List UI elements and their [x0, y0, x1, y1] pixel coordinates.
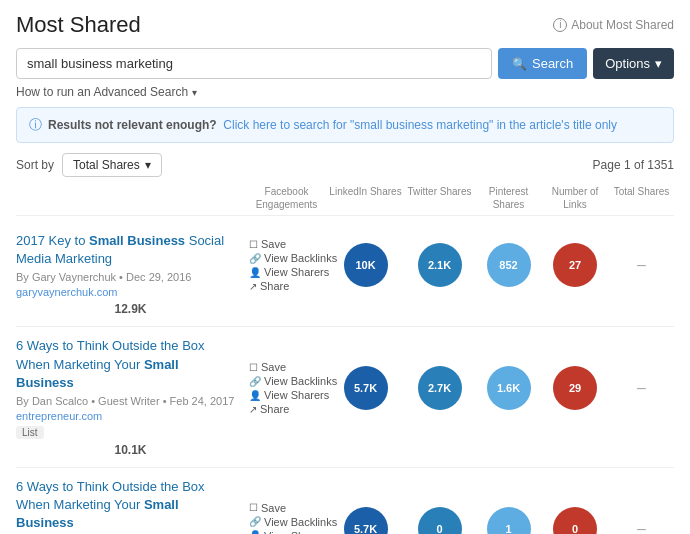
- stat-circle: 29: [553, 366, 597, 410]
- backlinks-action[interactable]: 🔗View Backlinks: [249, 516, 337, 528]
- total-shares-value: 10.1K: [114, 443, 146, 457]
- article-info: 6 Ways to Think Outside the Box When Mar…: [16, 337, 245, 439]
- page-header: Most Shared i About Most Shared: [16, 12, 674, 38]
- stat-cell: –: [609, 507, 674, 534]
- backlinks-action[interactable]: 🔗View Backlinks: [249, 252, 337, 264]
- article-meta: By Dan Scalco • Guest Writer • Feb 24, 2…: [16, 395, 237, 407]
- stat-cell: 852: [476, 243, 541, 287]
- dash-value: –: [620, 366, 664, 410]
- article-row: 6 Ways to Think Outside the Box When Mar…: [16, 468, 674, 534]
- sort-label: Sort by: [16, 158, 54, 172]
- sort-chevron-icon: ▾: [145, 158, 151, 172]
- options-button[interactable]: Options ▾: [593, 48, 674, 79]
- total-shares-cell: 10.1K: [16, 443, 245, 457]
- share-action[interactable]: ↗Share: [249, 280, 289, 292]
- about-label: About Most Shared: [571, 18, 674, 32]
- article-info: 2017 Key to Small Business Social Media …: [16, 232, 245, 298]
- stat-cell: 1: [476, 507, 541, 534]
- stat-cell: 5.7K: [328, 507, 403, 534]
- stat-circle: 5.7K: [344, 507, 388, 534]
- article-list: 2017 Key to Small Business Social Media …: [16, 222, 674, 534]
- article-meta: By Gary Vaynerchuk • Dec 29, 2016: [16, 271, 237, 283]
- stat-circle: 0: [553, 507, 597, 534]
- save-action[interactable]: ☐Save: [249, 361, 286, 373]
- stat-cell: 29: [545, 366, 605, 410]
- stat-circle: 1.6K: [487, 366, 531, 410]
- stat-circle: 852: [487, 243, 531, 287]
- sharers-action[interactable]: 👤View Sharers: [249, 530, 329, 534]
- save-action[interactable]: ☐Save: [249, 238, 286, 250]
- stat-cell: 27: [545, 243, 605, 287]
- stat-circle: 27: [553, 243, 597, 287]
- col-title-header: [16, 185, 245, 211]
- alert-bar: ⓘ Results not relevant enough? Click her…: [16, 107, 674, 143]
- save-action[interactable]: ☐Save: [249, 502, 286, 514]
- dash-value: –: [620, 243, 664, 287]
- search-button[interactable]: 🔍 Search: [498, 48, 587, 79]
- stat-circle: 1: [487, 507, 531, 534]
- sharers-action[interactable]: 👤View Sharers: [249, 389, 329, 401]
- article-source[interactable]: garyvaynerchuk.com: [16, 286, 237, 298]
- article-info: 6 Ways to Think Outside the Box When Mar…: [16, 478, 245, 534]
- stat-cell: 0: [407, 507, 472, 534]
- column-headers: Facebook Engagements LinkedIn Shares Twi…: [16, 185, 674, 216]
- stat-circle: 0: [418, 507, 462, 534]
- advanced-label: How to run an Advanced Search: [16, 85, 188, 99]
- col-twitter-header: Twitter Shares: [407, 185, 472, 211]
- col-pinterest-header: Pinterest Shares: [476, 185, 541, 211]
- search-btn-label: Search: [532, 56, 573, 71]
- sort-row: Sort by Total Shares ▾ Page 1 of 1351: [16, 153, 674, 177]
- col-linkedin-header: LinkedIn Shares: [328, 185, 403, 211]
- stat-circle: 10K: [344, 243, 388, 287]
- sharers-action[interactable]: 👤View Sharers: [249, 266, 329, 278]
- col-total-header: Total Shares: [609, 185, 674, 211]
- article-title[interactable]: 2017 Key to Small Business Social Media …: [16, 232, 237, 268]
- info-icon: i: [553, 18, 567, 32]
- chevron-down-icon: ▾: [655, 56, 662, 71]
- search-input[interactable]: [16, 48, 492, 79]
- total-shares-value: 12.9K: [114, 302, 146, 316]
- article-row: 6 Ways to Think Outside the Box When Mar…: [16, 327, 674, 468]
- stat-cell: 0: [545, 507, 605, 534]
- stat-cell: 2.1K: [407, 243, 472, 287]
- article-source[interactable]: entrepreneur.com: [16, 410, 237, 422]
- stat-cell: 5.7K: [328, 366, 403, 410]
- dash-value: –: [620, 507, 664, 534]
- search-bar: 🔍 Search Options ▾: [16, 48, 674, 79]
- alert-prefix: Results not relevant enough?: [48, 118, 217, 132]
- col-facebook-header: Facebook Engagements: [249, 185, 324, 211]
- article-title[interactable]: 6 Ways to Think Outside the Box When Mar…: [16, 337, 237, 392]
- options-btn-label: Options: [605, 56, 650, 71]
- stat-cell: 2.7K: [407, 366, 472, 410]
- total-shares-cell: 12.9K: [16, 302, 245, 316]
- article-row: 2017 Key to Small Business Social Media …: [16, 222, 674, 327]
- article-actions: ☐Save🔗View Backlinks👤View Sharers↗Share: [249, 502, 324, 534]
- stat-cell: 1.6K: [476, 366, 541, 410]
- page-title: Most Shared: [16, 12, 141, 38]
- article-actions: ☐Save🔗View Backlinks👤View Sharers↗Share: [249, 361, 324, 415]
- search-icon: 🔍: [512, 57, 527, 71]
- alert-icon: ⓘ: [29, 116, 42, 134]
- alert-link[interactable]: Click here to search for "small business…: [223, 118, 617, 132]
- stat-circle: 2.1K: [418, 243, 462, 287]
- stat-cell: –: [609, 243, 674, 287]
- sort-button[interactable]: Total Shares ▾: [62, 153, 162, 177]
- article-actions: ☐Save🔗View Backlinks👤View Sharers↗Share: [249, 238, 324, 292]
- col-links-header: Number of Links: [545, 185, 605, 211]
- stat-cell: 10K: [328, 243, 403, 287]
- stat-cell: –: [609, 366, 674, 410]
- sort-btn-label: Total Shares: [73, 158, 140, 172]
- about-link[interactable]: i About Most Shared: [553, 18, 674, 32]
- stat-circle: 5.7K: [344, 366, 388, 410]
- article-title[interactable]: 6 Ways to Think Outside the Box When Mar…: [16, 478, 237, 533]
- article-tag: List: [16, 426, 44, 439]
- advanced-search-link[interactable]: How to run an Advanced Search ▾: [16, 85, 674, 99]
- chevron-icon: ▾: [192, 87, 197, 98]
- alert-text: Results not relevant enough? Click here …: [48, 118, 617, 132]
- backlinks-action[interactable]: 🔗View Backlinks: [249, 375, 337, 387]
- pagination: Page 1 of 1351: [593, 158, 674, 172]
- stat-circle: 2.7K: [418, 366, 462, 410]
- share-action[interactable]: ↗Share: [249, 403, 289, 415]
